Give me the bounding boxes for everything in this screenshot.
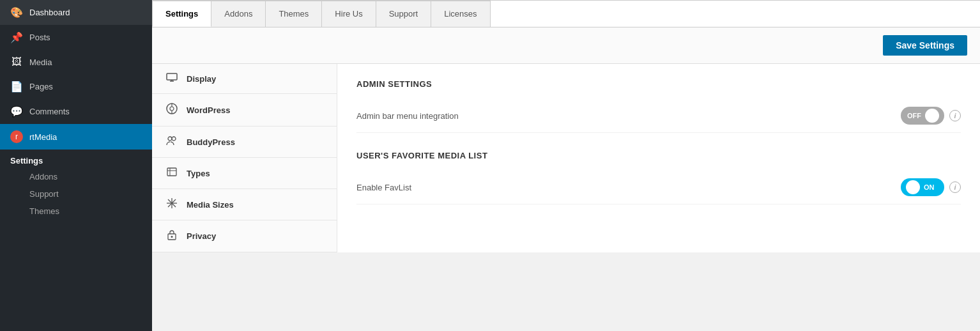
top-bar: Save Settings: [152, 27, 980, 64]
sidebar-item-label: Pages: [29, 82, 53, 91]
nav-item-privacy[interactable]: Privacy: [152, 220, 337, 252]
setting-row-admin-bar-menu: Admin bar menu integration OFF i: [356, 99, 961, 133]
svg-point-7: [168, 137, 172, 141]
display-icon: [165, 73, 179, 84]
tab-licenses[interactable]: Licenses: [431, 1, 490, 27]
section-favorite-media-title: USER'S FAVORITE MEDIA LIST: [356, 151, 961, 160]
favlist-toggle[interactable]: ON: [901, 178, 944, 196]
sidebar-item-rtmedia[interactable]: r rtMedia: [0, 124, 152, 150]
wordpress-icon: [165, 103, 179, 117]
favlist-info[interactable]: i: [949, 181, 961, 193]
settings-content: ADMIN SETTINGS Admin bar menu integratio…: [337, 64, 980, 252]
tab-addons[interactable]: Addons: [211, 1, 266, 27]
sidebar-item-label: rtMedia: [29, 132, 57, 142]
media-sizes-icon: [165, 198, 179, 211]
sidebar-item-label: Posts: [29, 33, 50, 42]
main-content: Settings Addons Themes Hire Us Support L…: [152, 0, 980, 331]
rtmedia-icon: r: [10, 130, 23, 143]
media-icon: 🖼: [10, 56, 23, 68]
toggle-knob-on: [906, 180, 920, 194]
pages-icon: 📄: [10, 81, 23, 93]
svg-rect-9: [167, 168, 176, 176]
nav-item-media-sizes[interactable]: Media Sizes: [152, 189, 337, 220]
tab-themes[interactable]: Themes: [265, 1, 322, 27]
toggle-off-label: OFF: [907, 112, 921, 119]
admin-bar-menu-info[interactable]: i: [949, 110, 961, 121]
sidebar-item-pages[interactable]: 📄 Pages: [0, 74, 152, 99]
nav-item-buddypress-label: BuddyPress: [187, 137, 235, 147]
svg-point-17: [171, 236, 173, 238]
svg-rect-0: [167, 73, 177, 80]
nav-item-types-label: Types: [187, 169, 210, 178]
types-icon: [165, 167, 179, 180]
comments-icon: 💬: [10, 105, 23, 118]
nav-item-display[interactable]: Display: [152, 64, 337, 94]
sidebar-sub-support[interactable]: Support: [0, 185, 152, 203]
favlist-control: ON i: [901, 178, 961, 196]
posts-icon: 📌: [10, 31, 23, 43]
settings-nav: Display WordPress BuddyPress: [152, 64, 337, 252]
dashboard-icon: 🎨: [10, 6, 23, 19]
tab-support[interactable]: Support: [376, 1, 432, 27]
tab-hire-us[interactable]: Hire Us: [321, 1, 376, 27]
content-area: Save Settings Display WordPress: [152, 27, 980, 331]
nav-item-buddypress[interactable]: BuddyPress: [152, 127, 337, 158]
toggle-on-label: ON: [924, 183, 935, 191]
buddypress-icon: [165, 135, 179, 148]
tabs-bar: Settings Addons Themes Hire Us Support L…: [152, 0, 980, 27]
sidebar-item-comments[interactable]: 💬 Comments: [0, 99, 152, 124]
nav-item-media-sizes-label: Media Sizes: [187, 200, 234, 210]
nav-item-wordpress-label: WordPress: [187, 105, 230, 115]
sidebar-item-posts[interactable]: 📌 Posts: [0, 25, 152, 50]
favlist-label: Enable FavList: [356, 183, 411, 192]
nav-item-privacy-label: Privacy: [187, 231, 216, 241]
setting-row-favlist: Enable FavList ON i: [356, 171, 961, 204]
nav-item-wordpress[interactable]: WordPress: [152, 94, 337, 127]
sidebar-item-label: Comments: [29, 107, 70, 116]
sidebar: 🎨 Dashboard 📌 Posts 🖼 Media 📄 Pages 💬 Co…: [0, 0, 152, 331]
sidebar-item-label: Dashboard: [29, 8, 70, 17]
admin-bar-menu-label: Admin bar menu integration: [356, 111, 459, 121]
sidebar-item-media[interactable]: 🖼 Media: [0, 50, 152, 74]
admin-bar-menu-control: OFF i: [901, 107, 961, 125]
sidebar-item-label: Media: [29, 58, 52, 67]
settings-panel: Display WordPress BuddyPress: [152, 64, 980, 252]
settings-label: Settings: [0, 150, 152, 168]
privacy-icon: [165, 229, 179, 243]
save-settings-button[interactable]: Save Settings: [883, 35, 967, 56]
toggle-knob: [925, 109, 939, 123]
section-admin-settings-title: ADMIN SETTINGS: [356, 79, 961, 89]
sidebar-item-dashboard[interactable]: 🎨 Dashboard: [0, 0, 152, 25]
admin-bar-menu-toggle[interactable]: OFF: [901, 107, 944, 125]
nav-item-display-label: Display: [187, 74, 216, 84]
sidebar-sub-addons[interactable]: Addons: [0, 168, 152, 185]
svg-point-8: [172, 137, 176, 141]
tab-settings[interactable]: Settings: [152, 1, 211, 27]
nav-item-types[interactable]: Types: [152, 158, 337, 189]
svg-point-4: [170, 107, 174, 111]
sidebar-sub-themes[interactable]: Themes: [0, 203, 152, 220]
